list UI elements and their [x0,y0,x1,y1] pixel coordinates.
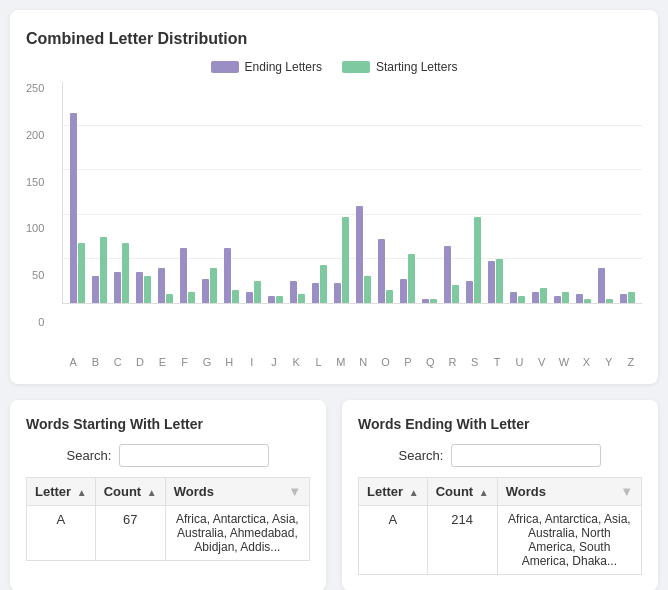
legend-ending-label: Ending Letters [245,60,322,74]
bar-group-M [331,82,353,303]
ending-search-label: Search: [399,448,444,463]
x-label-I: I [241,352,263,368]
bar-group-C [111,82,133,303]
x-label-B: B [84,352,106,368]
starting-table-title: Words Starting With Letter [26,416,310,432]
bar-group-Y [594,82,616,303]
bar-ending-Q [422,299,429,303]
bar-ending-S [466,281,473,303]
tables-row: Words Starting With Letter Search: Lette… [10,400,658,590]
legend-ending-color [211,61,239,73]
x-label-N: N [352,352,374,368]
x-label-T: T [486,352,508,368]
x-axis: ABCDEFGHIJKLMNOPQRSTUVWXYZ [26,352,642,368]
bar-ending-D [136,272,143,303]
cell-words: Africa, Antarctica, Asia, Australia, Nor… [497,506,641,575]
bar-starting-X [584,299,591,303]
chart-legend: Ending Letters Starting Letters [26,60,642,74]
bar-ending-F [180,248,187,303]
bar-ending-A [70,113,77,303]
legend-starting-color [342,61,370,73]
bar-ending-P [400,279,407,303]
bar-starting-Q [430,299,437,303]
bar-ending-E [158,268,165,303]
x-label-M: M [330,352,352,368]
bar-ending-H [224,248,231,303]
legend-starting: Starting Letters [342,60,457,74]
bar-group-B [89,82,111,303]
bar-group-G [199,82,221,303]
ending-table-card: Words Ending With Letter Search: Letter … [342,400,658,590]
bar-starting-O [386,290,393,303]
bar-group-K [287,82,309,303]
cell-words: Africa, Antarctica, Asia, Australia, Ahm… [165,506,309,561]
bar-group-I [243,82,265,303]
bar-starting-S [474,217,481,303]
ending-col-letter[interactable]: Letter ▲ [359,478,428,506]
bar-group-E [155,82,177,303]
bar-group-W [550,82,572,303]
bar-ending-Y [598,268,605,303]
x-label-D: D [129,352,151,368]
cell-letter: A [359,506,428,575]
bar-starting-K [298,294,305,303]
cell-count: 214 [427,506,497,575]
bar-group-Z [616,82,638,303]
bar-group-F [177,82,199,303]
bar-starting-I [254,281,261,303]
starting-table-header-row: Letter ▲ Count ▲ Words ▼ [27,478,310,506]
legend-starting-label: Starting Letters [376,60,457,74]
x-label-A: A [62,352,84,368]
starting-table-card: Words Starting With Letter Search: Lette… [10,400,326,590]
bar-group-A [67,82,89,303]
bar-starting-C [122,243,129,303]
bar-group-D [133,82,155,303]
bar-ending-O [378,239,385,303]
starting-search-label: Search: [67,448,112,463]
bar-starting-H [232,290,239,303]
starting-search-row: Search: [26,444,310,467]
bar-group-T [484,82,506,303]
x-label-P: P [397,352,419,368]
bar-ending-X [576,294,583,303]
bar-ending-V [532,292,539,303]
x-label-Y: Y [598,352,620,368]
ending-col-count[interactable]: Count ▲ [427,478,497,506]
bar-ending-B [92,276,99,303]
bar-ending-T [488,261,495,303]
bar-starting-M [342,217,349,303]
bar-ending-N [356,206,363,303]
starting-col-count[interactable]: Count ▲ [95,478,165,506]
bar-ending-W [554,296,561,303]
bar-group-U [506,82,528,303]
bar-starting-Z [628,292,635,303]
bar-starting-U [518,296,525,303]
bar-ending-G [202,279,209,303]
legend-ending: Ending Letters [211,60,322,74]
bar-starting-F [188,292,195,303]
x-label-R: R [441,352,463,368]
bar-group-R [440,82,462,303]
x-label-W: W [553,352,575,368]
starting-table-body: A 67 Africa, Antarctica, Asia, Australia… [27,506,310,561]
bar-group-O [375,82,397,303]
starting-search-input[interactable] [119,444,269,467]
bar-starting-J [276,296,283,303]
bar-ending-Z [620,294,627,303]
bar-starting-W [562,292,569,303]
bar-ending-M [334,283,341,303]
bar-group-X [572,82,594,303]
ending-table-body: A 214 Africa, Antarctica, Asia, Australi… [359,506,642,575]
x-label-Q: Q [419,352,441,368]
cell-letter: A [27,506,96,561]
chart-card: Combined Letter Distribution Ending Lett… [10,10,658,384]
x-label-F: F [174,352,196,368]
bar-group-L [309,82,331,303]
x-label-J: J [263,352,285,368]
x-label-S: S [464,352,486,368]
starting-col-letter[interactable]: Letter ▲ [27,478,96,506]
bar-starting-N [364,276,371,303]
bar-ending-L [312,283,319,303]
ending-search-input[interactable] [451,444,601,467]
bar-ending-I [246,292,253,303]
